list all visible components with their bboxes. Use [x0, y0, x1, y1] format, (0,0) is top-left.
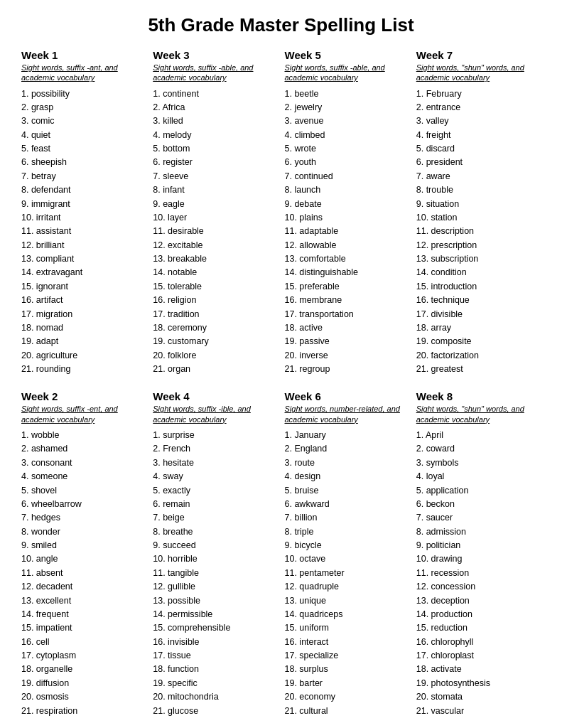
list-item: 19. diffusion — [21, 677, 146, 690]
list-item: 2. French — [153, 442, 277, 456]
list-item: 12. decadent — [21, 580, 146, 594]
list-item: 8. infant — [153, 183, 277, 197]
list-item: 20. agriculture — [21, 349, 146, 363]
list-item: 21. cultural — [285, 705, 409, 718]
word-list-week7: 1. February2. entrance3. valley4. freigh… — [416, 87, 541, 377]
list-item: 16. religion — [153, 294, 277, 307]
list-item: 18. active — [285, 321, 409, 335]
list-item: 7. billion — [285, 511, 409, 525]
list-item: 20. economy — [285, 690, 409, 704]
list-item: 9. immigrant — [21, 198, 146, 211]
list-item: 11. pentameter — [285, 567, 409, 580]
list-item: 10. angle — [21, 552, 146, 566]
list-item: 3. valley — [416, 114, 541, 128]
list-item: 18. activate — [416, 663, 541, 676]
list-item: 5. bottom — [153, 142, 277, 156]
list-item: 18. surplus — [285, 663, 409, 676]
list-item: 5. feast — [21, 142, 146, 156]
week-title-week6: Week 6 — [285, 390, 409, 402]
week-section-week6: Week 6Sight words, number-related, and a… — [285, 390, 409, 717]
list-item: 21. organ — [153, 363, 277, 376]
list-item: 15. comprehensible — [153, 621, 277, 635]
list-item: 1. possibility — [21, 87, 146, 101]
list-item: 4. climbed — [285, 129, 409, 142]
week-title-week3: Week 3 — [153, 49, 277, 61]
list-item: 13. breakable — [153, 252, 277, 266]
list-item: 6. awkward — [285, 498, 409, 511]
list-item: 8. wonder — [21, 525, 146, 539]
list-item: 8. triple — [285, 525, 409, 539]
week-subtitle-week3: Sight words, suffix -able, and academic … — [153, 63, 277, 83]
list-item: 7. sleeve — [153, 170, 277, 183]
list-item: 4. sway — [153, 470, 277, 483]
list-item: 4. loyal — [416, 470, 541, 483]
list-item: 10. horrible — [153, 552, 277, 566]
list-item: 8. trouble — [416, 183, 541, 197]
list-item: 2. jewelry — [285, 101, 409, 114]
list-item: 4. melody — [153, 129, 277, 142]
list-item: 3. symbols — [416, 456, 541, 470]
week-subtitle-week4: Sight words, suffix -ible, and academic … — [153, 404, 277, 424]
list-item: 6. youth — [285, 156, 409, 169]
list-item: 13. possible — [153, 594, 277, 608]
list-item: 7. aware — [416, 170, 541, 183]
list-item: 2. England — [285, 442, 409, 456]
list-item: 17. tradition — [153, 308, 277, 321]
list-item: 21. rounding — [21, 363, 146, 376]
list-item: 8. breathe — [153, 525, 277, 539]
list-item: 21. respiration — [21, 705, 146, 718]
list-item: 19. specific — [153, 677, 277, 690]
list-item: 19. composite — [416, 335, 541, 348]
list-item: 13. unique — [285, 594, 409, 608]
list-item: 14. extravagant — [21, 266, 146, 279]
list-item: 6. wheelbarrow — [21, 498, 146, 511]
list-item: 17. chloroplast — [416, 649, 541, 663]
list-item: 4. design — [285, 470, 409, 483]
list-item: 10. irritant — [21, 211, 146, 225]
week-section-week8: Week 8Sight words, "shun" words, and aca… — [416, 390, 541, 717]
word-list-week8: 1. April2. coward3. symbols4. loyal5. ap… — [416, 429, 541, 718]
list-item: 4. someone — [21, 470, 146, 483]
list-item: 18. array — [416, 321, 541, 335]
list-item: 17. migration — [21, 308, 146, 321]
week-title-week2: Week 2 — [21, 390, 146, 402]
list-item: 17. specialize — [285, 649, 409, 663]
list-item: 5. shovel — [21, 484, 146, 498]
list-item: 12. excitable — [153, 239, 277, 252]
word-list-week6: 1. January2. England3. route4. design5. … — [285, 429, 409, 718]
list-item: 6. sheepish — [21, 156, 146, 169]
list-item: 6. beckon — [416, 498, 541, 511]
list-item: 19. barter — [285, 677, 409, 690]
list-item: 10. octave — [285, 552, 409, 566]
list-item: 9. situation — [416, 198, 541, 211]
list-item: 11. assistant — [21, 225, 146, 238]
list-item: 12. gullible — [153, 580, 277, 594]
list-item: 13. excellent — [21, 594, 146, 608]
list-item: 3. route — [285, 456, 409, 470]
word-list-week5: 1. beetle2. jewelry3. avenue4. climbed5.… — [285, 87, 409, 377]
list-item: 9. eagle — [153, 198, 277, 211]
word-list-week1: 1. possibility2. grasp3. comic4. quiet5.… — [21, 87, 146, 377]
list-item: 3. comic — [21, 114, 146, 128]
list-item: 2. coward — [416, 442, 541, 456]
week-subtitle-week7: Sight words, "shun" words, and academic … — [416, 63, 541, 83]
list-item: 20. factorization — [416, 349, 541, 363]
list-item: 9. smiled — [21, 539, 146, 552]
list-item: 13. comfortable — [285, 252, 409, 266]
week-section-week3: Week 3Sight words, suffix -able, and aca… — [153, 49, 277, 376]
list-item: 16. invisible — [153, 636, 277, 649]
list-item: 20. mitochondria — [153, 690, 277, 704]
week-subtitle-week2: Sight words, suffix -ent, and academic v… — [21, 404, 146, 424]
list-item: 7. hedges — [21, 511, 146, 525]
list-item: 7. saucer — [416, 511, 541, 525]
word-list-week2: 1. wobble2. ashamed3. consonant4. someon… — [21, 429, 146, 718]
list-item: 18. function — [153, 663, 277, 676]
list-item: 8. defendant — [21, 183, 146, 197]
list-item: 12. quadruple — [285, 580, 409, 594]
list-item: 16. cell — [21, 636, 146, 649]
list-item: 14. production — [416, 608, 541, 621]
list-item: 19. customary — [153, 335, 277, 348]
list-item: 2. entrance — [416, 101, 541, 114]
list-item: 9. bicycle — [285, 539, 409, 552]
list-item: 5. bruise — [285, 484, 409, 498]
